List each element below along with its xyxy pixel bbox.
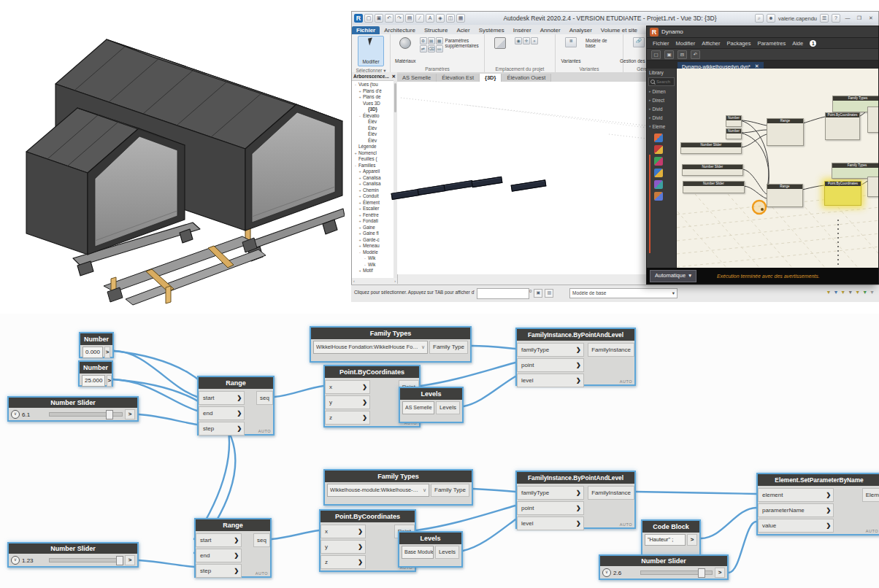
mini-node-number[interactable]: Number — [726, 115, 742, 127]
print-icon[interactable]: ▤ — [405, 14, 414, 23]
tree-item[interactable]: +Fenêtre — [353, 212, 397, 219]
input-port-step[interactable]: step❯ — [196, 564, 242, 578]
tree-item[interactable]: Élév — [353, 125, 397, 132]
view3d-icon[interactable]: ◈ — [436, 14, 445, 23]
node-levels[interactable]: Levels Base Module ∨ Levels — [398, 531, 463, 568]
node-category-icon[interactable] — [654, 145, 663, 154]
account-name[interactable]: valerie.capendu — [778, 15, 817, 22]
input-port-element[interactable]: element❯ — [758, 488, 834, 502]
library-item[interactable]: ▸Divid — [647, 113, 676, 122]
slider-value[interactable]: 2.6 — [613, 570, 638, 576]
output-port-familyinstance[interactable]: FamilyInstance — [588, 343, 634, 357]
tree-item[interactable]: +Garde-c — [353, 237, 397, 244]
view-tab-elevation-ouest[interactable]: Élévation Ouest — [502, 74, 551, 82]
menu-fichier[interactable]: Fichier — [653, 40, 669, 47]
node-category-icon[interactable] — [654, 192, 663, 201]
output-port-seq[interactable]: seq — [256, 391, 273, 405]
library-search[interactable] — [648, 77, 675, 86]
select-link-icon[interactable]: ▼ — [833, 289, 838, 296]
tree-item[interactable]: -Élévatio — [353, 113, 397, 120]
node-number-slider[interactable]: Number Slider ∨ 6.1 > — [7, 396, 139, 422]
account-icon[interactable]: ☻ — [767, 14, 775, 23]
node-number-slider[interactable]: Number Slider ∨ 1.23 > — [7, 542, 139, 568]
mini-node-point-warning[interactable]: Point.ByCoordinates — [824, 181, 861, 206]
text-icon[interactable]: A — [426, 14, 434, 23]
tree-item[interactable]: +Nomencl — [353, 150, 397, 157]
tree-item[interactable]: Feuilles ( — [353, 156, 397, 163]
tree-item[interactable]: -Wik — [353, 255, 397, 262]
tree-item[interactable]: +Fondati — [353, 218, 397, 225]
purge-icon[interactable]: ⌫ — [428, 45, 435, 53]
menu-modifier[interactable]: Modifier — [676, 40, 696, 47]
node-number[interactable]: Number 25.000 > — [78, 360, 113, 387]
help-icon[interactable]: ? — [832, 14, 840, 23]
tree-item[interactable]: -Familles — [353, 163, 397, 169]
input-port-familytype[interactable]: familyType❯ — [517, 486, 584, 500]
level-dropdown[interactable]: Base Module ∨ — [402, 546, 434, 559]
slider-value[interactable]: 1.23 — [22, 557, 47, 564]
output-port-familyinstance[interactable]: FamilyInstance — [588, 486, 634, 500]
code-text[interactable]: "Hauteur" ; — [645, 534, 686, 546]
slider-track[interactable] — [640, 570, 713, 575]
level-dropdown[interactable]: AS Semelle ∨ — [402, 401, 434, 414]
tree-item[interactable]: +Gaine — [353, 225, 397, 231]
materiaux-button[interactable]: Matériaux — [394, 36, 418, 65]
tree-item[interactable]: {3D} — [353, 107, 397, 113]
output-port-element[interactable]: Element — [862, 488, 879, 502]
tree-item[interactable]: +Canalisa — [353, 181, 397, 187]
node-code-block[interactable]: Code Block "Hauteur" ; > — [641, 519, 701, 556]
tree-item[interactable]: +Gaine fl — [353, 231, 397, 237]
mini-node-point[interactable]: Point.ByCoordinates — [825, 112, 860, 140]
thin-lines-icon[interactable]: ▦ — [456, 14, 465, 23]
view-tab-3d[interactable]: {3D} — [480, 74, 502, 82]
browser-hscroll[interactable]: ‹› — [352, 278, 397, 284]
design-option-select[interactable]: Modèle de base▾ — [569, 288, 678, 298]
tree-item[interactable]: +Appareil — [353, 169, 397, 175]
new-file-icon[interactable]: ▢ — [651, 50, 661, 59]
input-port-end[interactable]: end❯ — [199, 406, 245, 420]
slider-expand-icon[interactable]: ∨ — [11, 556, 20, 565]
save-icon[interactable]: ▣ — [375, 14, 383, 23]
tab-volume-et-site[interactable]: Volume et site — [596, 26, 642, 34]
number-value[interactable]: 25.000 — [82, 375, 105, 387]
tree-item[interactable]: +Chemin — [353, 187, 397, 194]
drag-element-icon[interactable]: ▼ — [862, 289, 867, 296]
input-port-value[interactable]: value❯ — [758, 519, 834, 533]
node-levels[interactable]: Levels AS Semelle ∨ Levels — [399, 387, 464, 423]
tree-item[interactable]: +Plans d'é — [353, 88, 397, 95]
library-item[interactable]: ▸Dimen — [647, 87, 676, 96]
input-port-step[interactable]: step❯ — [199, 422, 245, 436]
modele-base-label[interactable]: Modèle de base — [586, 36, 618, 48]
run-mode-button[interactable]: Automatique▾ — [650, 270, 696, 282]
input-port-familytype[interactable]: familyType❯ — [517, 343, 584, 357]
input-port-z[interactable]: z❯ — [320, 555, 366, 569]
revit-logo-icon[interactable]: R — [354, 14, 363, 23]
search-icon[interactable]: ⌕ — [755, 14, 764, 23]
undo-icon[interactable]: ↶ — [691, 50, 700, 59]
tree-item[interactable]: +Meneau — [353, 243, 397, 249]
select-pinned-icon[interactable]: ▼ — [848, 289, 853, 296]
tree-item[interactable]: -Wik — [353, 262, 397, 268]
output-port-family-type[interactable]: Family Type — [431, 484, 469, 497]
input-port-y[interactable]: y❯ — [320, 540, 366, 554]
project-info-icon[interactable]: ⚙ — [420, 37, 427, 45]
output-port[interactable]: > — [104, 347, 110, 358]
select-face-icon[interactable]: ▼ — [855, 289, 860, 296]
tree-item[interactable]: -Modèle — [353, 249, 397, 256]
view-tab-elevation-est[interactable]: Élévation Est — [437, 74, 480, 82]
measure-icon[interactable]: ⁄ — [415, 14, 424, 23]
slider-expand-icon[interactable]: ∨ — [11, 410, 20, 419]
output-port-family-type[interactable]: Family Type — [429, 341, 468, 354]
save-file-icon[interactable]: ⊟ — [678, 50, 687, 59]
param-sup-label[interactable]: Paramètres supplémentaires — [445, 36, 486, 48]
output-port[interactable]: > — [107, 375, 112, 387]
tab-structure[interactable]: Structure — [420, 26, 452, 34]
node-category-icon[interactable] — [654, 180, 663, 189]
input-port-x[interactable]: x❯ — [325, 380, 370, 394]
mini-node-partial[interactable] — [867, 107, 878, 133]
output-port[interactable]: > — [125, 555, 135, 565]
variantes-button[interactable]: ≣ Variantes — [559, 36, 583, 65]
node-element-setparameterbyname[interactable]: Element.SetParameterByName element❯ para… — [756, 473, 879, 535]
mini-node-slider[interactable]: Number Slider — [682, 164, 743, 176]
node-range[interactable]: Range start❯ end❯ step❯ seq AUTO — [194, 518, 272, 578]
